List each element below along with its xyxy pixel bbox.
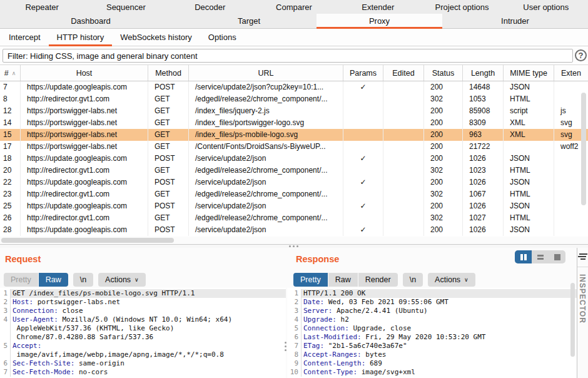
cell-method: GET	[148, 105, 189, 117]
response-toolbar: Pretty Raw Render \n Actions ∨	[293, 273, 476, 287]
inspector-sidebar-tab[interactable]: INSPECTOR	[577, 248, 588, 378]
response-line: 2 Date: Wed, 03 Feb 2021 09:55:06 GMT	[287, 298, 577, 307]
main-tab[interactable]: Comparer	[252, 0, 336, 14]
header-name: Date:	[303, 298, 324, 306]
column-header-method[interactable]: Method	[148, 65, 189, 81]
cell-edited	[383, 141, 424, 153]
column-header-edited[interactable]: Edited	[383, 65, 424, 81]
main-tab[interactable]: Dashboard	[0, 14, 181, 28]
layout-rows-button[interactable]	[532, 250, 549, 263]
header-name: Sec-Fetch-Mode:	[13, 368, 74, 376]
table-row[interactable]: 28 https://update.googleapis.com POST /s…	[0, 224, 588, 236]
cell-url: /service/update2/json	[189, 153, 343, 165]
table-row[interactable]: 7 https://update.googleapis.com POST /se…	[0, 81, 588, 93]
main-tab[interactable]: Extender	[336, 0, 420, 14]
proxy-subtab[interactable]: WebSockets history	[112, 29, 200, 46]
response-render-button[interactable]: Render	[358, 273, 398, 287]
table-row[interactable]: 22 https://update.googleapis.com POST /s…	[0, 176, 588, 188]
line-number: 3	[287, 307, 302, 315]
cell-host: http://redirector.gvt1.com	[21, 212, 148, 224]
main-tab[interactable]: Project options	[420, 0, 504, 14]
table-row[interactable]: 15 https://portswigger-labs.net GET /ind…	[0, 129, 588, 141]
cell-status: 200	[424, 105, 463, 117]
cell-host: https://update.googleapis.com	[21, 81, 148, 93]
table-row[interactable]: 25 https://update.googleapis.com POST /s…	[0, 200, 588, 212]
header-value: Apache/2.4.41 (Ubuntu)	[332, 307, 427, 315]
column-header-length[interactable]: Length	[463, 65, 504, 81]
response-pretty-button[interactable]: Pretty	[293, 273, 328, 287]
proxy-subtab[interactable]: Intercept	[1, 29, 49, 46]
table-row[interactable]: 20 http://redirector.gvt1.com GET /edged…	[0, 165, 588, 176]
line-number: 1	[287, 289, 302, 298]
cell-number: 22	[0, 176, 21, 188]
response-panel: Response Pretty Raw Render \n Actions ∨ …	[287, 248, 577, 378]
response-editor[interactable]: 1 HTTP/1.1 200 OK 2 Date: Wed, 03 Feb 20…	[287, 288, 577, 378]
table-row[interactable]: 17 https://portswigger-labs.net GET /Con…	[0, 141, 588, 153]
request-actions-button[interactable]: Actions ∨	[98, 273, 146, 287]
header-value: Upgrade, close	[349, 324, 411, 332]
main-tab[interactable]: Repeater	[0, 0, 84, 14]
table-row[interactable]: 18 https://update.googleapis.com POST /s…	[0, 153, 588, 165]
cell-method: GET	[148, 188, 189, 200]
response-raw-button[interactable]: Raw	[328, 273, 358, 287]
header-name: Last-Modified:	[303, 333, 362, 341]
response-newline-button[interactable]: \n	[403, 273, 423, 287]
header-name: User-Agent:	[13, 315, 58, 324]
layout-columns-button[interactable]	[515, 250, 532, 263]
proxy-subtab-label: Options	[208, 33, 236, 42]
cell-length: 21722	[463, 141, 504, 153]
response-title: Response	[296, 254, 339, 264]
main-tab[interactable]: Proxy	[317, 14, 442, 28]
layout-single-button[interactable]	[549, 250, 565, 263]
cell-length: 1026	[463, 153, 504, 165]
main-tab[interactable]: Intruder	[442, 14, 588, 28]
header-value: "2b1-5a6c740e3a67e"	[324, 342, 407, 350]
request-editor[interactable]: 1 GET /index_files/ps-mobile-logo.svg HT…	[0, 288, 286, 378]
column-header-host[interactable]: Host	[21, 65, 148, 81]
column-header-number[interactable]: # ∧	[0, 65, 21, 81]
column-header-url[interactable]: URL	[189, 65, 343, 81]
main-tab-label: Proxy	[369, 16, 390, 26]
request-line: 1 GET /index_files/ps-mobile-logo.svg HT…	[0, 289, 286, 298]
cell-url: /index_files/portswigger-logo.svg	[189, 117, 343, 129]
proxy-subtab[interactable]: Options	[200, 29, 245, 46]
table-row[interactable]: 26 http://redirector.gvt1.com GET /edged…	[0, 212, 588, 224]
cell-mime-type: JSON	[504, 176, 554, 188]
cell-mime-type: XML	[504, 117, 554, 129]
main-tab[interactable]: Sequencer	[84, 0, 168, 14]
cell-status: 302	[424, 93, 463, 105]
column-header-status[interactable]: Status	[424, 65, 463, 81]
cell-host: http://redirector.gvt1.com	[21, 93, 148, 105]
request-newline-button[interactable]: \n	[73, 273, 93, 287]
request-raw-button[interactable]: Raw	[39, 273, 68, 287]
table-vertical-scrollbar[interactable]	[581, 93, 586, 205]
table-row[interactable]: 14 https://portswigger-labs.net GET /ind…	[0, 117, 588, 129]
cell-length: 1026	[463, 224, 504, 236]
help-button[interactable]: ?	[575, 49, 587, 61]
main-tab[interactable]: User options	[504, 0, 588, 14]
main-tab[interactable]: Decoder	[168, 0, 252, 14]
pane-divider-grip-icon[interactable]	[285, 342, 286, 351]
header-name: Connection:	[303, 324, 349, 332]
cell-number: 8	[0, 93, 21, 105]
main-tab[interactable]: Target	[181, 14, 317, 28]
cell-number: 25	[0, 200, 21, 212]
response-actions-button[interactable]: Actions ∨	[428, 273, 475, 287]
response-vertical-scrollbar[interactable]	[570, 283, 575, 357]
proxy-subtab[interactable]: HTTP history	[49, 29, 113, 46]
cell-method: GET	[148, 117, 189, 129]
filter-summary[interactable]: Filter: Hiding CSS, image and general bi…	[3, 49, 573, 63]
column-header-params[interactable]: Params	[343, 65, 383, 81]
cell-mime-type: script	[504, 105, 554, 117]
filter-bar: Filter: Hiding CSS, image and general bi…	[0, 46, 588, 65]
table-horizontal-scrollbar[interactable]	[1, 238, 174, 243]
request-pretty-button[interactable]: Pretty	[4, 273, 38, 287]
cell-url: /Content/Fonts/DroidSans/s-BiyweUP...	[189, 141, 343, 153]
column-header-extension[interactable]: Exten	[554, 65, 588, 81]
table-row[interactable]: 8 http://redirector.gvt1.com GET /edgedl…	[0, 93, 588, 105]
line-number: 6	[287, 333, 302, 342]
table-row[interactable]: 23 http://redirector.gvt1.com GET /edged…	[0, 188, 588, 200]
table-row[interactable]: 12 https://portswigger-labs.net GET /ind…	[0, 105, 588, 117]
cell-edited	[383, 81, 424, 93]
column-header-mime[interactable]: MIME type	[504, 65, 554, 81]
